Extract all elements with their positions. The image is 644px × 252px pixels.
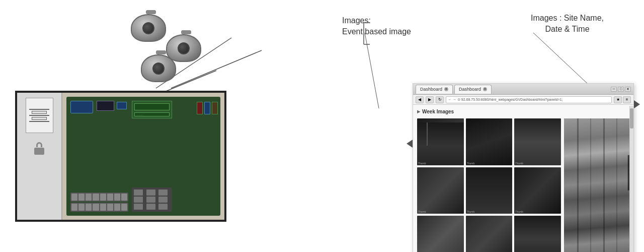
- annotation-left-subtitle: Event based image: [342, 26, 411, 37]
- page-title-text: Week Images: [422, 109, 454, 114]
- keypad-area: [132, 187, 172, 212]
- keypad-btn-5: [146, 197, 155, 203]
- large-preview-image[interactable]: 2017/10/24 18:24:24: [564, 118, 629, 252]
- tab2-label: Dashboard: [459, 87, 481, 92]
- browser-tab-2[interactable]: Dashboard ✕: [454, 85, 492, 94]
- keypad-btn-9: [158, 204, 168, 210]
- terminal-strip-1: [70, 203, 128, 212]
- keypad-btn-6: [158, 197, 168, 203]
- terminal-16: [121, 194, 127, 201]
- left-section: ...........: [15, 10, 277, 242]
- window-controls: ─ □ ✕: [611, 87, 631, 92]
- annotation-right-subtitle: Date & Time: [531, 24, 604, 35]
- diagram-line-2: [29, 115, 49, 116]
- terminal-11: [86, 194, 92, 201]
- close-btn[interactable]: ✕: [625, 87, 631, 92]
- svg-line-3: [365, 33, 379, 108]
- thumb-label-2: Thumb: [467, 162, 475, 165]
- pcb-component-2: [97, 101, 114, 111]
- url-text: ← → ① 92.68.75.50:8080/html_webpages/GVD…: [448, 98, 563, 102]
- box-diagram: [26, 98, 53, 133]
- camera-3: [141, 50, 181, 81]
- thumbnail-3[interactable]: Thumb: [514, 118, 561, 165]
- thumbnail-4[interactable]: Thumb: [417, 167, 464, 214]
- thumbnail-9[interactable]: Thumb: [514, 216, 561, 252]
- browser-action-buttons: ★ ≡: [614, 96, 631, 103]
- thumb-label-5: Thumb: [467, 210, 475, 213]
- thumbnail-1[interactable]: Thumb: [417, 118, 464, 165]
- terminal-strip-2: [70, 193, 128, 202]
- tab2-close[interactable]: ✕: [483, 87, 487, 91]
- arrow-left-marker: [407, 140, 413, 148]
- pcb-component-display: ...........: [132, 101, 172, 118]
- maximize-btn[interactable]: □: [618, 87, 624, 92]
- terminal-10: [78, 194, 85, 201]
- terminal-8: [121, 204, 127, 211]
- url-bar[interactable]: ← → ① 92.68.75.50:8080/html_webpages/GVD…: [446, 96, 612, 103]
- pcb-component-5: [204, 102, 210, 114]
- terminal-5: [100, 204, 106, 211]
- arrow-right-marker: [634, 100, 640, 108]
- lock-shackle: [36, 142, 42, 147]
- thumb-label-3: Thumb: [515, 162, 523, 165]
- minimize-btn[interactable]: ─: [611, 87, 617, 92]
- image-thumbnails: Thumb Thumb Thumb Thumb Thumb: [417, 118, 561, 252]
- terminal-13: [100, 194, 106, 201]
- browser-titlebar: Dashboard ✕ Dashboard ✕ ─ □ ✕: [413, 84, 633, 95]
- control-box: ...........: [15, 91, 226, 222]
- terminal-3: [86, 204, 92, 211]
- keypad-btn-3: [158, 190, 168, 196]
- scrollbar-right[interactable]: [629, 106, 633, 252]
- keypad-btn-2: [146, 190, 155, 196]
- keypad-btn-1: [134, 190, 143, 196]
- pcb-component-4: [197, 102, 203, 114]
- pcb-board: ...........: [66, 97, 220, 216]
- menu-btn[interactable]: ≡: [623, 96, 631, 103]
- annotation-images-left: Images: Event based image: [342, 15, 411, 38]
- scrollbar-thumb[interactable]: [630, 108, 633, 129]
- terminal-7: [114, 204, 120, 211]
- annotation-images-right: Images : Site Name, Date & Time: [531, 13, 604, 35]
- pcb-component-6: [212, 102, 218, 114]
- thumb-label-6: Thumb: [515, 210, 523, 213]
- diagram-line-1: [29, 109, 49, 110]
- keypad-btn-4: [134, 197, 143, 203]
- box-left-panel: [17, 93, 62, 220]
- thumbnail-5[interactable]: Thumb: [466, 167, 513, 214]
- terminal-4: [93, 204, 99, 211]
- browser-controls: ◀ ▶ ↻ ← → ① 92.68.75.50:8080/html_webpag…: [413, 95, 633, 105]
- browser-tab-1[interactable]: Dashboard ✕: [416, 85, 453, 94]
- forward-button[interactable]: ▶: [426, 96, 434, 103]
- camera-mount-1: [146, 10, 156, 14]
- bookmark-btn[interactable]: ★: [614, 96, 622, 103]
- pcb-component-3: [117, 102, 127, 109]
- thumb-label-1: Thumb: [418, 162, 426, 165]
- thumbnail-6[interactable]: Thumb: [514, 167, 561, 214]
- annotation-right-title: Images : Site Name,: [531, 13, 604, 24]
- tab1-close[interactable]: ✕: [444, 87, 448, 91]
- thumbnail-7[interactable]: Thumb: [417, 216, 464, 252]
- terminal-2: [78, 204, 85, 211]
- thumbnail-2[interactable]: Thumb: [466, 118, 513, 165]
- thumb-label-4: Thumb: [418, 210, 426, 213]
- camera-mount-3: [156, 50, 166, 54]
- diagram-line-3: [29, 121, 49, 122]
- terminal-12: [93, 194, 99, 201]
- lock-body: [34, 148, 44, 155]
- camera-dome-3: [141, 54, 176, 82]
- refresh-button[interactable]: ↻: [436, 96, 444, 103]
- terminal-9: [71, 194, 77, 201]
- diagram-box-2: [32, 117, 46, 120]
- lock-icon: [34, 142, 44, 155]
- keypad-btn-7: [134, 204, 143, 210]
- diagram-box-1: [32, 111, 46, 114]
- image-grid-container: Thumb Thumb Thumb Thumb Thumb: [417, 118, 629, 252]
- terminal-15: [114, 194, 120, 201]
- camera-1: [131, 10, 171, 40]
- back-button[interactable]: ◀: [416, 96, 424, 103]
- camera-dome-1: [131, 14, 166, 42]
- pcb-component-1: [70, 101, 93, 113]
- thumbnail-8[interactable]: Thumb: [466, 216, 513, 252]
- annotation-left-title: Images:: [342, 15, 411, 26]
- tab1-label: Dashboard: [420, 87, 442, 92]
